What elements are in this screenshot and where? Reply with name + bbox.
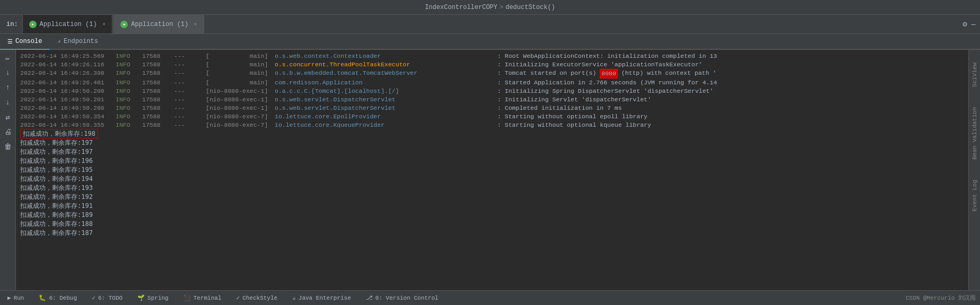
checkstyle-tab-icon: ✓ xyxy=(237,294,240,301)
todo-tab[interactable]: ✓ 6: TODO xyxy=(89,293,126,302)
java-tab-label: Java Enterprise xyxy=(299,295,351,301)
checkstyle-tab-label: CheckStyle xyxy=(242,295,277,301)
log-line: 2022-06-14 16:49:50.355 INFO 17588 --- [… xyxy=(16,121,968,129)
app-tab-2[interactable]: Application (1) × xyxy=(113,15,204,33)
vc-tab-icon: ⎇ xyxy=(366,294,373,301)
debug-tab-icon: 🐛 xyxy=(39,294,46,301)
run-label: in: xyxy=(2,15,22,33)
toolbar-right: ⚙ — xyxy=(962,15,980,33)
chinese-line: 扣减成功，剩余库存:194 xyxy=(16,175,968,184)
scroll-down-btn[interactable]: ↓ xyxy=(2,67,14,79)
terminal-tab-icon: ⬛ xyxy=(183,294,191,301)
left-toolbar: ✏ ↓ ↑ ↓ ⇄ 🖨 🗑 xyxy=(0,50,16,290)
chinese-text-highlighted: 扣减成功，剩余库存:198 xyxy=(20,129,98,138)
breadcrumb-part1: IndexControllerCOPY xyxy=(425,4,497,11)
sciview-label[interactable]: SciView xyxy=(970,60,979,89)
breadcrumb-part2: deductStock() xyxy=(505,4,555,11)
edit-btn[interactable]: ✏ xyxy=(2,52,14,64)
chinese-line: 扣减成功，剩余库存:196 xyxy=(16,156,968,165)
log-line: 2022-06-14 16:49:25.569 INFO 17588 --- [… xyxy=(16,52,968,60)
delete-btn[interactable]: 🗑 xyxy=(2,141,14,153)
chinese-line: 扣减成功，剩余库存:195 xyxy=(16,165,968,175)
console-tabs: ☰ Console ⚡ Endpoints xyxy=(0,34,980,50)
run-tab-label: Run xyxy=(14,295,24,301)
chinese-text: 扣减成功，剩余库存:195 xyxy=(20,166,93,173)
tab-label-1: Application (1) xyxy=(40,21,97,28)
console-tab[interactable]: ☰ Console xyxy=(0,34,50,50)
chinese-text: 扣减成功，剩余库存:197 xyxy=(20,139,93,146)
chinese-line: 扣减成功，剩余库存:191 xyxy=(16,202,968,211)
chinese-text: 扣减成功，剩余库存:192 xyxy=(20,193,93,201)
spring-tab[interactable]: 🌱 Spring xyxy=(134,293,172,302)
log-line: 2022-06-14 16:49:50.200 INFO 17588 --- [… xyxy=(16,87,968,95)
tab-close-1[interactable]: × xyxy=(102,21,106,28)
tab-bar: in: Application (1) × Application (1) × … xyxy=(0,15,980,34)
debug-tab-label: 6: Debug xyxy=(49,295,77,301)
port-highlight: 8080 xyxy=(600,69,618,79)
spring-tab-label: Spring xyxy=(147,295,169,301)
filter-btn[interactable]: ⇄ xyxy=(2,111,14,123)
version-control-tab[interactable]: ⎇ 0: Version Control xyxy=(363,293,442,302)
java-enterprise-tab[interactable]: ☕ Java Enterprise xyxy=(289,293,354,302)
log-area[interactable]: 2022-06-14 16:49:25.569 INFO 17588 --- [… xyxy=(16,50,968,290)
event-log-label[interactable]: Event Log xyxy=(970,178,979,213)
tab-close-2[interactable]: × xyxy=(194,21,197,28)
breadcrumb-sep: > xyxy=(500,4,503,11)
run-icon-1 xyxy=(29,21,37,28)
debug-tab[interactable]: 🐛 6: Debug xyxy=(36,293,80,302)
endpoints-tab[interactable]: ⚡ Endpoints xyxy=(50,34,106,49)
log-line: 2022-06-14 16:49:50.201 INFO 17588 --- [… xyxy=(16,95,968,104)
chinese-line: 扣减成功，剩余库存:197 xyxy=(16,147,968,156)
endpoints-tab-label: Endpoints xyxy=(64,38,98,45)
terminal-tab-label: Terminal xyxy=(194,295,222,301)
vc-tab-label: 0: Version Control xyxy=(375,295,439,301)
spring-tab-icon: 🌱 xyxy=(137,294,145,301)
chinese-line: 扣减成功，剩余库存:193 xyxy=(16,184,968,193)
run-icon-2 xyxy=(120,21,128,28)
arrow-down-btn[interactable]: ↓ xyxy=(2,97,14,108)
arrow-up-btn[interactable]: ↑ xyxy=(2,82,14,93)
chinese-text: 扣减成功，剩余库存:193 xyxy=(20,184,93,191)
chinese-text: 扣减成功，剩余库存:188 xyxy=(20,220,93,228)
java-tab-icon: ☕ xyxy=(292,294,296,301)
chinese-line: 扣减成功，剩余库存:197 xyxy=(16,138,968,147)
tab-label-2: Application (1) xyxy=(131,21,188,28)
app-tab-1[interactable]: Application (1) × xyxy=(22,15,113,33)
chinese-text: 扣减成功，剩余库存:191 xyxy=(20,202,93,210)
todo-tab-icon: ✓ xyxy=(92,294,95,301)
log-line: 2022-06-14 16:49:50.208 INFO 17588 --- [… xyxy=(16,104,968,112)
chinese-line: 扣减成功，剩余库存:187 xyxy=(16,229,968,238)
chinese-line: 扣减成功，剩余库存:188 xyxy=(16,220,968,229)
breadcrumb-bar: IndexControllerCOPY > deductStock() xyxy=(0,0,980,15)
endpoints-icon: ⚡ xyxy=(57,38,61,45)
bean-validation-label[interactable]: Bean Validation xyxy=(970,105,979,162)
console-tab-label: Console xyxy=(15,38,42,45)
bottom-bar: ▶ Run 🐛 6: Debug ✓ 6: TODO 🌱 Spring ⬛ Te… xyxy=(0,290,980,305)
print-btn[interactable]: 🖨 xyxy=(2,126,14,138)
chinese-text: 扣减成功，剩余库存:189 xyxy=(20,211,93,219)
console-icon: ☰ xyxy=(7,38,13,45)
chinese-text: 扣减成功，剩余库存:194 xyxy=(20,175,93,182)
log-line: 2022-06-14 16:49:50.354 INFO 17588 --- [… xyxy=(16,112,968,121)
terminal-tab[interactable]: ⬛ Terminal xyxy=(180,293,225,302)
main-area: ✏ ↓ ↑ ↓ ⇄ 🖨 🗑 2022-06-14 16:49:25.569 IN… xyxy=(0,50,980,290)
log-line: 2022-06-14 16:49:26.398 INFO 17588 --- [… xyxy=(16,69,968,79)
chinese-line-highlighted: 扣减成功，剩余库存:198 xyxy=(16,129,968,138)
minimize-icon[interactable]: — xyxy=(972,20,976,29)
chinese-text: 扣减成功，剩余库存:197 xyxy=(20,148,93,155)
chinese-text: 扣减成功，剩余库存:196 xyxy=(20,157,93,164)
chinese-text: 扣减成功，剩余库存:187 xyxy=(20,229,93,237)
run-tab[interactable]: ▶ Run xyxy=(4,293,27,302)
right-sidebar: SciView Bean Validation Event Log xyxy=(968,50,980,290)
watermark: CSDN @Mercurio 刘汉雨 xyxy=(906,294,976,302)
chinese-line: 扣减成功，剩余库存:189 xyxy=(16,211,968,220)
run-tab-icon: ▶ xyxy=(7,294,11,301)
chinese-line: 扣减成功，剩余库存:192 xyxy=(16,193,968,202)
settings-icon[interactable]: ⚙ xyxy=(962,20,967,29)
log-line: 2022-06-14 16:49:26.401 INFO 17588 --- [… xyxy=(16,79,968,87)
log-line: 2022-06-14 16:49:26.116 INFO 17588 --- [… xyxy=(16,60,968,69)
checkstyle-tab[interactable]: ✓ CheckStyle xyxy=(233,293,281,302)
todo-tab-label: 6: TODO xyxy=(98,295,122,301)
